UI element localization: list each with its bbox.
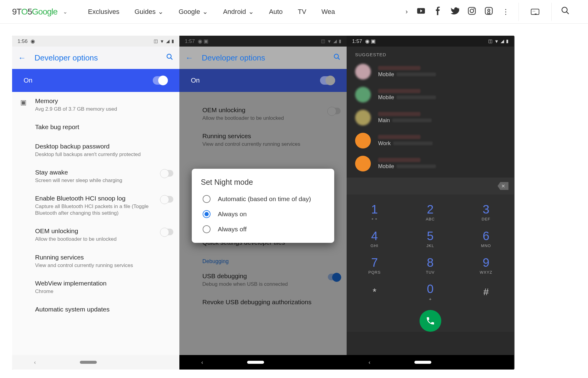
setting-row[interactable]: OEM unlockingAllow the bootloader to be … [12, 222, 179, 248]
toggle-switch[interactable] [161, 170, 173, 177]
search-icon[interactable] [561, 6, 570, 17]
dial-key-hash[interactable]: # [458, 279, 514, 305]
setting-subtitle: Desktop full backups aren't currently pr… [35, 151, 173, 158]
nav-back-icon[interactable]: ‹ [369, 359, 371, 366]
nav-android[interactable]: Android ⌄ [223, 8, 254, 16]
logo-dropdown-icon[interactable]: ⌄ [60, 8, 70, 15]
dialog-option[interactable]: Always off [201, 222, 325, 237]
nav-auto[interactable]: Auto [269, 8, 283, 16]
setting-subtitle: Capture all Bluetooth HCI packets in a f… [35, 203, 154, 217]
nav-home-pill[interactable] [414, 361, 431, 364]
image-icon: ▣ [204, 38, 208, 44]
setting-title: OEM unlocking [202, 106, 321, 114]
dial-key-2[interactable]: 2ABC [402, 199, 458, 225]
facebook-icon[interactable] [434, 7, 442, 17]
search-icon[interactable] [166, 53, 173, 62]
setting-row[interactable]: ▣ MemoryAvg 2.9 GB of 3.7 GB memory used [12, 92, 179, 118]
contact-type: Mobile [378, 163, 394, 170]
status-left: 1:56 ◉ [18, 38, 35, 44]
nav-google[interactable]: Google ⌄ [178, 8, 208, 16]
key-number: 2 [427, 203, 433, 216]
dialog-option[interactable]: Automatic (based on time of day) [201, 191, 325, 207]
back-icon[interactable]: ← [185, 53, 193, 63]
instagram-icon[interactable] [468, 7, 476, 17]
toggle-switch[interactable] [161, 196, 173, 203]
backspace-icon[interactable]: ✕ [498, 182, 508, 190]
setting-row[interactable]: Stay awakeScreen will never sleep while … [12, 163, 179, 189]
contact-row[interactable]: Mobile [347, 152, 514, 175]
dial-key-1[interactable]: 1⚬⚬ [347, 199, 402, 225]
contact-row[interactable]: Mobile [347, 83, 514, 106]
status-bar: 1:56 ◉ ◫▼◢▮ [12, 36, 179, 47]
nav-label: Wea [322, 8, 335, 16]
twitter-icon[interactable] [451, 7, 459, 17]
search-icon[interactable] [333, 53, 341, 62]
navigation-bar: ‹ [347, 355, 514, 370]
setting-row[interactable]: USB debuggingDebug mode when USB is conn… [179, 267, 347, 293]
podcast-icon[interactable] [485, 7, 493, 17]
contact-type: Main [378, 117, 390, 124]
nav-overflow-icon[interactable]: › [384, 8, 408, 16]
nav-label: Google [178, 8, 200, 16]
master-toggle-row[interactable]: On [179, 69, 347, 92]
option-label: Always off [218, 226, 247, 233]
avatar [355, 87, 371, 103]
nav-home-pill[interactable] [247, 361, 264, 364]
more-menu-icon[interactable]: ⋮ [496, 8, 515, 16]
svg-line-10 [338, 58, 340, 60]
setting-row[interactable]: OEM unlockingAllow the bootloader to be … [179, 101, 347, 127]
screen-title: Developer options [202, 53, 325, 63]
setting-row-cut: Automatic system updates [12, 300, 179, 313]
setting-subtitle: Avg 2.9 GB of 3.7 GB memory used [35, 106, 173, 112]
youtube-icon[interactable] [417, 7, 425, 17]
comments-icon[interactable] [531, 9, 539, 15]
toggle-switch[interactable] [153, 76, 168, 85]
dial-key-9[interactable]: 9WXYZ [458, 252, 514, 279]
setting-subtitle: View and control currently running servi… [202, 141, 341, 148]
setting-row[interactable]: Desktop backup passwordDesktop full back… [12, 137, 179, 163]
status-left: 1:57 ◉ ▣ [185, 38, 208, 44]
dial-key-3[interactable]: 3DEF [458, 199, 514, 225]
contact-row[interactable]: Mobile [347, 60, 514, 83]
toggle-switch[interactable] [328, 108, 341, 114]
toggle-switch[interactable] [328, 274, 341, 280]
dialer-input[interactable]: ✕ [347, 178, 514, 194]
toggle-switch[interactable] [320, 76, 335, 85]
call-button[interactable] [420, 310, 441, 332]
dial-key-4[interactable]: 4GHI [347, 225, 402, 252]
key-letters: TUV [426, 270, 435, 275]
dial-key-star[interactable]: * [347, 279, 402, 305]
toggle-switch[interactable] [161, 229, 173, 235]
nav-home-pill[interactable] [80, 361, 97, 364]
dial-key-0[interactable]: 0+ [402, 279, 458, 305]
setting-title: Stay awake [35, 169, 154, 176]
setting-row[interactable]: WebView implementationChrome [12, 274, 179, 300]
contact-row[interactable]: Work [347, 129, 514, 152]
key-number: 5 [427, 229, 433, 243]
nav-weather[interactable]: Wea [322, 8, 335, 16]
dial-key-5[interactable]: 5JKL [402, 225, 458, 252]
dial-key-7[interactable]: 7PQRS [347, 252, 402, 279]
status-right: ◫▼◢▮ [154, 38, 174, 44]
app-bar: ← Developer options [179, 47, 347, 69]
setting-row[interactable]: Revoke USB debugging authorizations [179, 293, 347, 312]
key-symbol: # [483, 286, 489, 298]
setting-row[interactable]: Running servicesView and control current… [12, 248, 179, 274]
setting-row[interactable]: Take bug report [12, 118, 179, 137]
back-icon[interactable]: ← [18, 53, 26, 63]
nav-tv[interactable]: TV [298, 8, 306, 16]
dialog-title: Set Night mode [201, 178, 325, 187]
nav-back-icon[interactable]: ‹ [201, 359, 203, 366]
setting-row[interactable]: Enable Bluetooth HCI snoop logCapture al… [12, 189, 179, 222]
contact-row[interactable]: Main [347, 106, 514, 129]
master-toggle-row[interactable]: On [12, 69, 179, 92]
dial-key-6[interactable]: 6MNO [458, 225, 514, 252]
dialog-option[interactable]: Always on [201, 207, 325, 222]
dial-key-8[interactable]: 8TUV [402, 252, 458, 279]
nav-guides[interactable]: Guides ⌄ [135, 8, 164, 16]
setting-row[interactable]: Running servicesView and control current… [179, 127, 347, 153]
wifi-icon: ▼ [327, 39, 332, 44]
nav-exclusives[interactable]: Exclusives [88, 8, 119, 16]
nav-back-icon[interactable]: ‹ [34, 359, 36, 366]
site-logo[interactable]: 9TO5Google [12, 7, 57, 17]
